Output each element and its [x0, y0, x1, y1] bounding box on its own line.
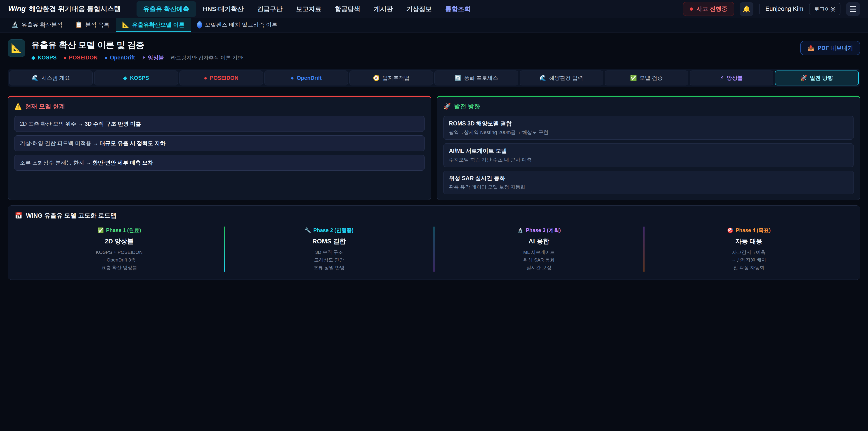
rocket-icon: 🚀	[800, 75, 807, 81]
incident-status-label: 사고 진행중	[696, 5, 727, 13]
subtab-model-theory[interactable]: 📐 유출유확산모델 이론	[116, 18, 191, 32]
diamond-icon: ◆	[123, 75, 127, 81]
subtab-oil-fence-algorithm[interactable]: 오일펜스 배치 알고리즘 이론	[191, 18, 284, 32]
nav-tab-oil-spill-prediction[interactable]: 유출유 확산예측	[136, 1, 196, 17]
chip-model-validation[interactable]: ✅ 모델 검증	[604, 70, 688, 86]
wave-icon: 🌊	[32, 75, 39, 81]
lightning-icon: ⚡	[720, 75, 724, 81]
cycle-icon: 🔄	[455, 75, 461, 81]
phase-2-column: 🔧 Phase 2 (진행중) ROMS 결합 3D 수직 구조 고해상도 연안…	[225, 225, 434, 273]
chip-opendrift[interactable]: ● OpenDrift	[265, 70, 348, 86]
model-badge-row: ◆ KOSPS ● POSEIDON ● OpenDrift ⚡ 앙상블 라그랑…	[31, 54, 243, 61]
nav-tab-hns-atmospheric[interactable]: HNS·대기확산	[196, 1, 250, 17]
hamburger-menu-button[interactable]	[846, 2, 860, 16]
chip-particle-tracking[interactable]: 🧭 입자추적법	[349, 70, 433, 86]
app-logo: Wing 해양환경 위기대응 통합시스템	[8, 4, 121, 13]
main-content: 📐 유출유 확산 모델 이론 및 검증 ◆ KOSPS ● POSEIDON ●…	[0, 39, 868, 280]
pdf-export-button[interactable]: 📤 PDF 내보내기	[800, 41, 860, 55]
phase-2-badge: 🔧 Phase 2 (진행중)	[305, 227, 353, 234]
phase-4-details: 사고감지→예측 →방제자원 배치 전 과정 자동화	[645, 248, 854, 271]
limitation-item: 기상·해양 결합 피드백 미적용 → 대규모 유출 시 정확도 저하	[14, 135, 425, 151]
nav-tab-aerial-search[interactable]: 항공탐색	[328, 1, 367, 17]
export-icon: 📤	[807, 45, 814, 51]
nav-tab-weather[interactable]: 기상정보	[400, 1, 438, 17]
check-icon: ✅	[97, 227, 104, 234]
page-icon-box: 📐	[8, 39, 25, 57]
page-header-texts: 유출유 확산 모델 이론 및 검증 ◆ KOSPS ● POSEIDON ● O…	[31, 39, 243, 61]
future-title: 🚀 발전 방향	[443, 102, 854, 111]
diamond-icon: ◆	[31, 55, 35, 61]
rocket-icon: 🚀	[443, 103, 451, 110]
circle-icon: ●	[104, 55, 108, 61]
nav-tab-reports[interactable]: 보고자료	[289, 1, 328, 17]
wave-icon: 🌊	[539, 75, 546, 81]
section-chip-bar: 🌊 시스템 개요 ◆ KOSPS ● POSEIDON ● OpenDrift …	[8, 69, 860, 87]
badge-poseidon: ● POSEIDON	[64, 55, 98, 61]
panels-row: ⚠️ 현재 모델 한계 2D 표층 확산 모의 위주 → 3D 수직 구조 반영…	[8, 96, 860, 200]
logout-button[interactable]: 로그아웃	[809, 3, 840, 15]
logo-mark: Wing	[8, 4, 26, 13]
bell-icon: 🔔	[743, 5, 750, 13]
subtab-spill-analysis[interactable]: 🔬 유출유 확산분석	[5, 18, 69, 32]
chip-kosps[interactable]: ◆ KOSPS	[94, 70, 178, 86]
chip-ensemble[interactable]: ⚡ 앙상블	[690, 70, 773, 86]
triangle-ruler-icon: 📐	[11, 43, 22, 54]
limitations-title: ⚠️ 현재 모델 한계	[14, 102, 425, 111]
check-icon: ✅	[630, 75, 637, 81]
badge-opendrift: ● OpenDrift	[104, 55, 135, 61]
incident-dot-icon	[690, 7, 693, 11]
limitation-item: 2D 표층 확산 모의 위주 → 3D 수직 구조 반영 미흡	[14, 116, 425, 132]
limitation-item: 조류 조화상수 분해능 한계 → 항만·연안 세부 예측 오차	[14, 155, 425, 171]
chip-poseidon[interactable]: ● POSEIDON	[180, 70, 263, 86]
clipboard-icon: 📋	[75, 21, 82, 28]
phase-2-title: ROMS 결합	[225, 237, 434, 246]
nav-tab-board[interactable]: 게시판	[367, 1, 400, 17]
badge-kosps: ◆ KOSPS	[31, 55, 57, 61]
roadmap-phases: ✅ Phase 1 (완료) 2D 앙상블 KOSPS + POSEIDON +…	[15, 225, 853, 273]
phase-3-details: ML 서로게이트 위성 SAR 동화 실시간 보정	[434, 248, 644, 271]
future-direction-panel: 🚀 발전 방향 ROMS 3D 해양모델 결합 광역→상세역 Nesting 2…	[437, 96, 860, 200]
header-note: 라그랑지안 입자추적 이론 기반	[171, 54, 243, 61]
notification-bell-button[interactable]: 🔔	[740, 2, 753, 16]
nav-tab-emergency-rescue[interactable]: 긴급구난	[250, 1, 289, 17]
phase-1-details: KOSPS + POSEIDON + OpenDrift 3종 표층 확산 앙상…	[15, 248, 224, 271]
subtab-analysis-list[interactable]: 📋 분석 목록	[69, 18, 116, 32]
circle-icon: ●	[64, 55, 67, 61]
future-item: ROMS 3D 해양모델 결합 광역→상세역 Nesting 200m급 고해상…	[443, 116, 854, 140]
phase-3-column: 🔬 Phase 3 (계획) AI 융합 ML 서로게이트 위성 SAR 동화 …	[434, 225, 644, 273]
divider	[759, 4, 760, 14]
oil-fence-icon	[197, 21, 202, 29]
future-item: AI/ML 서로게이트 모델 수치모델 학습 기반 수초 내 근사 예측	[443, 143, 854, 167]
topnav-right-cluster: 사고 진행중 🔔 Eunjeong Kim 로그아웃	[683, 2, 860, 16]
main-nav-tabs: 유출유 확산예측 HNS·대기확산 긴급구난 보고자료 항공탐색 게시판 기상정…	[136, 0, 477, 18]
subtab-label: 유출유 확산분석	[21, 21, 62, 29]
phase-1-column: ✅ Phase 1 (완료) 2D 앙상블 KOSPS + POSEIDON +…	[15, 225, 224, 273]
incident-status-badge[interactable]: 사고 진행중	[683, 2, 734, 16]
triangle-ruler-icon: 📐	[122, 21, 129, 28]
warning-icon: ⚠️	[14, 103, 22, 110]
hamburger-icon	[850, 6, 856, 7]
circle-icon: ●	[291, 75, 294, 81]
chip-future-direction[interactable]: 🚀 발전 방향	[775, 70, 859, 86]
app-title: 해양환경 위기대응 통합시스템	[29, 4, 121, 13]
chip-weathering-process[interactable]: 🔄 풍화 프로세스	[434, 70, 518, 86]
phase-3-title: AI 융합	[434, 237, 644, 246]
phase-2-details: 3D 수직 구조 고해상도 연안 조류 정밀 반영	[225, 248, 434, 271]
calendar-icon: 📅	[15, 212, 22, 219]
subtab-label: 오일펜스 배치 알고리즘 이론	[205, 21, 277, 29]
phase-4-badge: 🎯 Phase 4 (목표)	[727, 227, 771, 234]
nav-tab-integrated-search[interactable]: 통합조회	[438, 1, 477, 17]
limitations-list: 2D 표층 확산 모의 위주 → 3D 수직 구조 반영 미흡 기상·해양 결합…	[14, 116, 425, 171]
future-list: ROMS 3D 해양모델 결합 광역→상세역 Nesting 200m급 고해상…	[443, 116, 854, 194]
lightning-icon: ⚡	[142, 55, 146, 61]
top-navigation: Wing 해양환경 위기대응 통합시스템 유출유 확산예측 HNS·대기확산 긴…	[0, 0, 868, 18]
microscope-icon: 🔬	[11, 21, 19, 28]
future-item: 위성 SAR 실시간 동화 관측 유막 데이터 모델 보정 자동화	[443, 171, 854, 194]
phase-3-badge: 🔬 Phase 3 (계획)	[517, 227, 561, 234]
phase-4-column: 🎯 Phase 4 (목표) 자동 대응 사고감지→예측 →방제자원 배치 전 …	[645, 225, 854, 273]
subtab-label: 유출유확산모델 이론	[132, 21, 184, 29]
chip-ocean-env-input[interactable]: 🌊 해양환경 입력	[520, 70, 603, 86]
chip-system-overview[interactable]: 🌊 시스템 개요	[9, 70, 93, 86]
wrench-icon: 🔧	[305, 227, 311, 234]
badge-ensemble: ⚡ 앙상블	[142, 54, 164, 61]
